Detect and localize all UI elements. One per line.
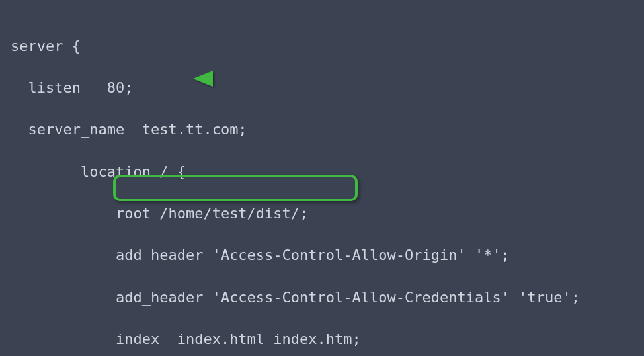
code-line: server { xyxy=(11,36,633,57)
code-line: server_name test.tt.com; xyxy=(11,119,633,140)
code-line: add_header 'Access-Control-Allow-Credent… xyxy=(11,287,633,308)
code-line: listen 80; xyxy=(11,77,633,99)
code-line: root /home/test/dist/; xyxy=(11,203,633,224)
code-line: add_header 'Access-Control-Allow-Origin'… xyxy=(11,245,633,266)
code-line: index index.html index.htm; xyxy=(11,329,633,350)
highlight-annotation xyxy=(113,175,358,201)
